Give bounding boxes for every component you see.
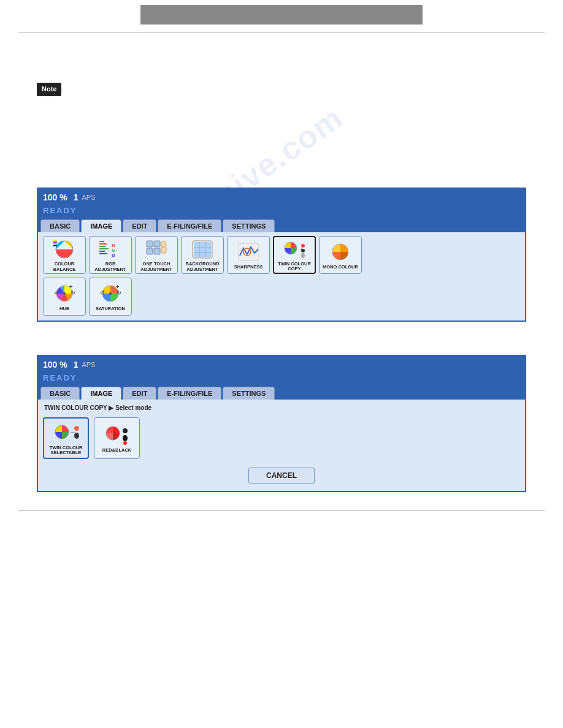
background-adj-button[interactable]: BACKGROUNDADJUSTMENT [181,236,224,274]
twin-colour-selectable-button[interactable]: → TWIN COLOURSELECTABLE [43,417,89,459]
mono-colour-label: MONO COLOUR [323,265,358,270]
red-black-button[interactable]: RED&BLACK [94,417,140,459]
sharpness-icon [236,240,261,264]
svg-rect-16 [154,241,160,247]
svg-point-58 [123,441,127,445]
body-para-1 [37,40,526,53]
note-badge: Note [37,83,61,96]
panel1-ready: READY [38,206,525,217]
breadcrumb-main: TWIN COLOUR COPY [44,404,107,411]
colour-balance-label: COLOUR BALANCE [45,262,84,272]
twin-colour-icon: → [282,238,307,260]
twin-colour-selectable-icon: → [52,421,80,446]
rgb-adj-icon: R G B [98,238,123,261]
body-para-9 [37,164,526,176]
one-touch-button[interactable]: ONE TOUCHADJUSTMENT [135,236,178,274]
breadcrumb-sep: ▶ [109,404,113,411]
svg-rect-5 [53,245,57,246]
bottom-divider [18,510,545,511]
body-para-5 [37,113,526,126]
saturation-label: SATURATION [96,306,125,311]
svg-text:↺: ↺ [100,290,105,296]
svg-rect-7 [99,243,107,245]
cancel-row: CANCEL [43,461,520,486]
panel2-status-bar: 100 % 1 APS [38,356,525,373]
breadcrumb-sub: Select mode [115,404,151,411]
tab-image[interactable]: IMAGE [81,219,121,232]
tab-efiling[interactable]: E-FILING/FILE [158,219,221,232]
twin-colour-selectable-label: TWIN COLOURSELECTABLE [50,446,83,456]
colour-balance-button[interactable]: COLOUR BALANCE [43,236,86,274]
bg-adj-label: BACKGROUNDADJUSTMENT [186,262,220,272]
svg-point-53 [74,433,79,439]
panel1: 100 % 1 APS READY BASIC IMAGE EDIT E-FIL… [37,188,526,322]
svg-point-41 [63,292,66,295]
hue-button[interactable]: ↺ ↻ + HUE [43,278,86,316]
svg-point-34 [301,253,305,258]
sharpness-label: SHARPNESS [234,265,263,270]
panel2: 100 % 1 APS READY BASIC IMAGE EDIT E-FIL… [37,355,526,492]
cancel-button[interactable]: CANCEL [248,468,315,483]
svg-point-52 [74,426,79,431]
svg-rect-9 [99,248,109,249]
svg-rect-18 [154,248,160,254]
panel2-content: TWIN COLOUR COPY ▶ Select mode → [38,400,525,491]
svg-rect-2 [53,240,57,241]
red-black-icon [103,423,131,448]
svg-point-57 [123,435,128,441]
mode-buttons: → TWIN COLOURSELECTABLE [43,415,520,461]
red-black-label: RED&BLACK [102,448,132,453]
panel1-tab-bar: BASIC IMAGE EDIT E-FILING/FILE SETTINGS [38,217,525,232]
colour-balance-icon [52,238,77,261]
panel1-button-grid: COLOUR BALANCE R G B RGBADJUSTMENT [38,232,525,278]
svg-rect-6 [99,241,104,242]
body-para-2 [37,53,526,66]
svg-text:B: B [112,252,115,258]
hue-icon: ↺ ↻ + [52,282,77,305]
hue-label: HUE [59,306,69,311]
svg-point-33 [301,249,305,252]
body-text-area: Note [37,40,526,176]
svg-point-32 [301,244,305,248]
p2-tab-image[interactable]: IMAGE [81,387,121,400]
svg-rect-11 [99,253,107,254]
panel2-percent: 100 % [43,360,67,370]
svg-text:↺: ↺ [54,290,59,296]
mono-colour-button[interactable]: MONO COLOUR [319,236,362,274]
p2-tab-efiling[interactable]: E-FILING/FILE [158,387,221,400]
svg-point-47 [109,292,112,295]
panel2-aps: APS [82,361,96,368]
svg-rect-17 [147,248,153,254]
sharpness-button[interactable]: SHARPNESS [227,236,270,274]
one-touch-label: ONE TOUCHADJUSTMENT [140,262,172,272]
svg-rect-22 [194,242,211,257]
svg-text:↻: ↻ [71,290,75,296]
p2-tab-basic[interactable]: BASIC [40,387,80,400]
breadcrumb: TWIN COLOUR COPY ▶ Select mode [43,404,520,411]
top-divider [18,32,545,32]
one-touch-icon [144,238,169,261]
p2-tab-settings[interactable]: SETTINGS [223,387,275,400]
svg-text:+: + [116,284,119,290]
bg-adj-icon [190,238,215,261]
tab-basic[interactable]: BASIC [40,219,80,232]
tab-edit[interactable]: EDIT [123,219,156,232]
panel1-status-bar: 100 % 1 APS [38,189,525,206]
p2-tab-edit[interactable]: EDIT [123,387,156,400]
panel2-ready: READY [38,373,525,384]
tab-settings[interactable]: SETTINGS [223,219,275,232]
saturation-button[interactable]: ↺ ↻ + SATURATION [89,278,132,316]
svg-rect-4 [53,243,57,245]
panel1-percent: 100 % [43,192,67,202]
saturation-icon: ↺ ↻ + [98,282,123,305]
panel2-tab-bar: BASIC IMAGE EDIT E-FILING/FILE SETTINGS [38,384,525,400]
panel1-aps: APS [82,194,96,201]
panel1-copies: 1 [74,192,79,202]
panel2-copies: 1 [74,360,79,370]
svg-text:↻: ↻ [117,290,121,296]
rgb-adjustment-button[interactable]: R G B RGBADJUSTMENT [89,236,132,274]
rgb-adj-label: RGBADJUSTMENT [94,262,126,272]
header-bar [140,5,423,25]
body-para-6 [37,126,526,138]
twin-colour-button[interactable]: → TWIN COLOURCOPY [273,236,316,274]
